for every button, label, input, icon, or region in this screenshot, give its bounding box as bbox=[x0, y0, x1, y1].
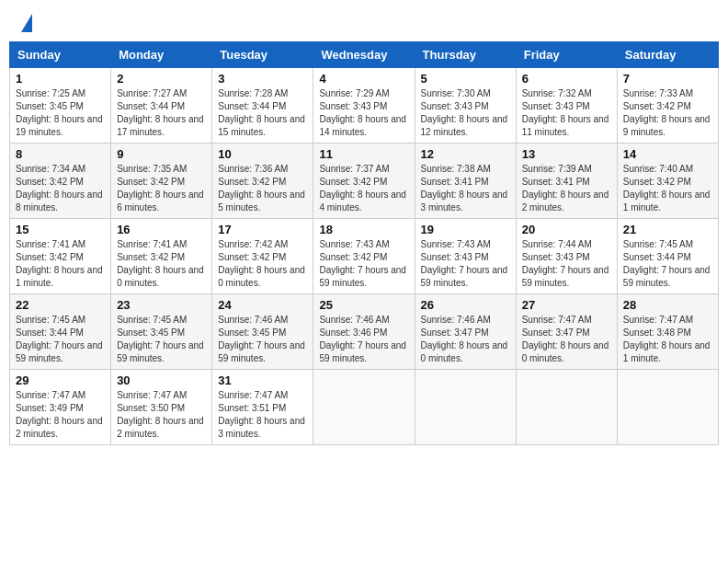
page-header bbox=[9, 9, 719, 37]
calendar-header-wednesday: Wednesday bbox=[313, 42, 415, 68]
calendar-cell: 21Sunrise: 7:45 AMSunset: 3:44 PMDayligh… bbox=[617, 219, 718, 294]
logo-triangle-icon bbox=[21, 14, 32, 32]
calendar-cell: 15Sunrise: 7:41 AMSunset: 3:42 PMDayligh… bbox=[10, 219, 111, 294]
calendar-week-row: 1Sunrise: 7:25 AMSunset: 3:45 PMDaylight… bbox=[10, 68, 719, 144]
day-number: 16 bbox=[117, 223, 206, 236]
calendar-cell: 18Sunrise: 7:43 AMSunset: 3:42 PMDayligh… bbox=[313, 219, 415, 294]
calendar-cell: 19Sunrise: 7:43 AMSunset: 3:43 PMDayligh… bbox=[415, 219, 516, 294]
day-number: 13 bbox=[522, 147, 611, 161]
calendar-week-row: 8Sunrise: 7:34 AMSunset: 3:42 PMDaylight… bbox=[10, 144, 719, 219]
day-info: Sunrise: 7:46 AMSunset: 3:45 PMDaylight:… bbox=[218, 314, 307, 365]
calendar-cell bbox=[617, 370, 718, 445]
day-number: 6 bbox=[522, 72, 611, 86]
day-info: Sunrise: 7:45 AMSunset: 3:44 PMDaylight:… bbox=[16, 314, 105, 365]
day-info: Sunrise: 7:39 AMSunset: 3:41 PMDaylight:… bbox=[522, 163, 611, 214]
day-info: Sunrise: 7:36 AMSunset: 3:42 PMDaylight:… bbox=[218, 163, 307, 214]
day-info: Sunrise: 7:45 AMSunset: 3:44 PMDaylight:… bbox=[623, 238, 712, 290]
calendar-cell bbox=[313, 370, 415, 445]
day-info: Sunrise: 7:43 AMSunset: 3:43 PMDaylight:… bbox=[421, 238, 510, 290]
day-number: 19 bbox=[421, 223, 510, 236]
day-info: Sunrise: 7:29 AMSunset: 3:43 PMDaylight:… bbox=[319, 87, 408, 139]
calendar-cell: 3Sunrise: 7:28 AMSunset: 3:44 PMDaylight… bbox=[212, 68, 313, 144]
day-number: 7 bbox=[623, 72, 712, 86]
calendar-cell: 2Sunrise: 7:27 AMSunset: 3:44 PMDaylight… bbox=[111, 68, 212, 144]
calendar-header-saturday: Saturday bbox=[617, 42, 718, 68]
calendar-cell bbox=[516, 370, 617, 445]
day-number: 11 bbox=[319, 147, 408, 161]
day-number: 30 bbox=[117, 373, 206, 387]
day-number: 29 bbox=[16, 373, 105, 387]
day-info: Sunrise: 7:30 AMSunset: 3:43 PMDaylight:… bbox=[421, 87, 510, 139]
calendar-cell: 8Sunrise: 7:34 AMSunset: 3:42 PMDaylight… bbox=[10, 144, 111, 219]
day-info: Sunrise: 7:42 AMSunset: 3:42 PMDaylight:… bbox=[218, 238, 307, 290]
day-number: 26 bbox=[421, 298, 510, 312]
calendar-cell: 4Sunrise: 7:29 AMSunset: 3:43 PMDaylight… bbox=[313, 68, 415, 144]
day-number: 23 bbox=[117, 298, 206, 312]
calendar-header-row: SundayMondayTuesdayWednesdayThursdayFrid… bbox=[10, 42, 719, 68]
calendar-cell: 17Sunrise: 7:42 AMSunset: 3:42 PMDayligh… bbox=[212, 219, 313, 294]
calendar-cell: 20Sunrise: 7:44 AMSunset: 3:43 PMDayligh… bbox=[516, 219, 617, 294]
calendar-cell: 29Sunrise: 7:47 AMSunset: 3:49 PMDayligh… bbox=[10, 370, 111, 445]
calendar-cell: 23Sunrise: 7:45 AMSunset: 3:45 PMDayligh… bbox=[111, 294, 212, 370]
day-info: Sunrise: 7:32 AMSunset: 3:43 PMDaylight:… bbox=[522, 87, 611, 139]
calendar-cell: 1Sunrise: 7:25 AMSunset: 3:45 PMDaylight… bbox=[10, 68, 111, 144]
day-number: 27 bbox=[522, 298, 611, 312]
day-info: Sunrise: 7:47 AMSunset: 3:50 PMDaylight:… bbox=[117, 389, 206, 441]
calendar-cell: 5Sunrise: 7:30 AMSunset: 3:43 PMDaylight… bbox=[415, 68, 516, 144]
calendar-cell: 31Sunrise: 7:47 AMSunset: 3:51 PMDayligh… bbox=[212, 370, 313, 445]
day-info: Sunrise: 7:44 AMSunset: 3:43 PMDaylight:… bbox=[522, 238, 611, 290]
calendar-cell: 22Sunrise: 7:45 AMSunset: 3:44 PMDayligh… bbox=[10, 294, 111, 370]
day-number: 8 bbox=[16, 147, 105, 161]
calendar-cell: 11Sunrise: 7:37 AMSunset: 3:42 PMDayligh… bbox=[313, 144, 415, 219]
calendar-cell: 13Sunrise: 7:39 AMSunset: 3:41 PMDayligh… bbox=[516, 144, 617, 219]
calendar-cell: 7Sunrise: 7:33 AMSunset: 3:42 PMDaylight… bbox=[617, 68, 718, 144]
day-number: 17 bbox=[218, 223, 307, 236]
day-info: Sunrise: 7:33 AMSunset: 3:42 PMDaylight:… bbox=[623, 87, 712, 139]
day-info: Sunrise: 7:47 AMSunset: 3:47 PMDaylight:… bbox=[522, 314, 611, 365]
calendar-header-sunday: Sunday bbox=[10, 42, 111, 68]
calendar-week-row: 15Sunrise: 7:41 AMSunset: 3:42 PMDayligh… bbox=[10, 219, 719, 294]
day-info: Sunrise: 7:47 AMSunset: 3:51 PMDaylight:… bbox=[218, 389, 307, 441]
day-info: Sunrise: 7:45 AMSunset: 3:45 PMDaylight:… bbox=[117, 314, 206, 365]
calendar-cell: 14Sunrise: 7:40 AMSunset: 3:42 PMDayligh… bbox=[617, 144, 718, 219]
day-info: Sunrise: 7:28 AMSunset: 3:44 PMDaylight:… bbox=[218, 87, 307, 139]
calendar-table: SundayMondayTuesdayWednesdayThursdayFrid… bbox=[9, 41, 719, 445]
day-number: 31 bbox=[218, 373, 307, 387]
day-number: 22 bbox=[16, 298, 105, 312]
day-info: Sunrise: 7:46 AMSunset: 3:46 PMDaylight:… bbox=[319, 314, 408, 365]
calendar-cell: 16Sunrise: 7:41 AMSunset: 3:42 PMDayligh… bbox=[111, 219, 212, 294]
day-info: Sunrise: 7:47 AMSunset: 3:49 PMDaylight:… bbox=[16, 389, 105, 441]
day-number: 9 bbox=[117, 147, 206, 161]
day-info: Sunrise: 7:43 AMSunset: 3:42 PMDaylight:… bbox=[319, 238, 408, 290]
day-number: 14 bbox=[623, 147, 712, 161]
day-number: 4 bbox=[319, 72, 408, 86]
day-number: 1 bbox=[16, 72, 105, 86]
day-info: Sunrise: 7:27 AMSunset: 3:44 PMDaylight:… bbox=[117, 87, 206, 139]
logo bbox=[18, 18, 32, 32]
day-number: 10 bbox=[218, 147, 307, 161]
day-info: Sunrise: 7:34 AMSunset: 3:42 PMDaylight:… bbox=[16, 163, 105, 214]
calendar-cell: 25Sunrise: 7:46 AMSunset: 3:46 PMDayligh… bbox=[313, 294, 415, 370]
calendar-week-row: 22Sunrise: 7:45 AMSunset: 3:44 PMDayligh… bbox=[10, 294, 719, 370]
calendar-cell: 10Sunrise: 7:36 AMSunset: 3:42 PMDayligh… bbox=[212, 144, 313, 219]
day-number: 28 bbox=[623, 298, 712, 312]
day-info: Sunrise: 7:40 AMSunset: 3:42 PMDaylight:… bbox=[623, 163, 712, 214]
day-number: 2 bbox=[117, 72, 206, 86]
day-number: 3 bbox=[218, 72, 307, 86]
calendar-cell: 28Sunrise: 7:47 AMSunset: 3:48 PMDayligh… bbox=[617, 294, 718, 370]
calendar-header-monday: Monday bbox=[111, 42, 212, 68]
day-info: Sunrise: 7:38 AMSunset: 3:41 PMDaylight:… bbox=[421, 163, 510, 214]
day-number: 18 bbox=[319, 223, 408, 236]
calendar-cell: 12Sunrise: 7:38 AMSunset: 3:41 PMDayligh… bbox=[415, 144, 516, 219]
day-number: 25 bbox=[319, 298, 408, 312]
day-info: Sunrise: 7:35 AMSunset: 3:42 PMDaylight:… bbox=[117, 163, 206, 214]
calendar-header-tuesday: Tuesday bbox=[212, 42, 313, 68]
calendar-cell: 27Sunrise: 7:47 AMSunset: 3:47 PMDayligh… bbox=[516, 294, 617, 370]
day-number: 24 bbox=[218, 298, 307, 312]
day-info: Sunrise: 7:46 AMSunset: 3:47 PMDaylight:… bbox=[421, 314, 510, 365]
day-number: 5 bbox=[421, 72, 510, 86]
calendar-cell: 26Sunrise: 7:46 AMSunset: 3:47 PMDayligh… bbox=[415, 294, 516, 370]
calendar-cell bbox=[415, 370, 516, 445]
calendar-week-row: 29Sunrise: 7:47 AMSunset: 3:49 PMDayligh… bbox=[10, 370, 719, 445]
calendar-cell: 30Sunrise: 7:47 AMSunset: 3:50 PMDayligh… bbox=[111, 370, 212, 445]
